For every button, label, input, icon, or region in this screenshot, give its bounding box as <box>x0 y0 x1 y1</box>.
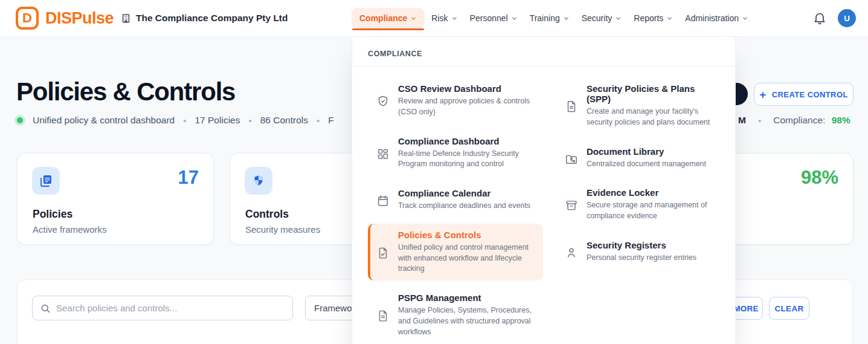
nav-label: Personnel <box>470 13 508 23</box>
nav-label: Security <box>582 13 612 23</box>
menu-item-desc: Personal security register entries <box>587 253 696 264</box>
card-subtitle: Security measures <box>245 224 320 235</box>
nav-item-reports[interactable]: Reports <box>628 8 678 28</box>
chevron-down-icon <box>511 15 518 22</box>
menu-item-title: Document Library <box>587 146 706 157</box>
menu-item-security-policies-plans[interactable]: Security Policies & Plans (SPP) Create a… <box>556 77 719 134</box>
menu-item-evidence-locker[interactable]: Evidence Locker Secure storage and manag… <box>556 181 719 228</box>
documents-stack-icon <box>32 167 60 195</box>
company-name-label: The Compliance Company Pty Ltd <box>136 13 288 24</box>
menu-item-policies-controls[interactable]: Policies & Controls Unified policy and c… <box>368 224 543 281</box>
search-box <box>32 296 293 320</box>
chevron-down-icon <box>742 15 748 22</box>
nav-item-training[interactable]: Training <box>524 8 575 28</box>
menu-item-title: CSO Review Dashboard <box>398 83 536 94</box>
clear-label: CLEAR <box>775 304 804 313</box>
plus-icon <box>759 89 767 100</box>
menu-item-cso-review-dashboard[interactable]: CSO Review Dashboard Review and approve … <box>368 77 543 124</box>
company-name: The Compliance Company Pty Ltd <box>121 0 288 36</box>
status-dot-green <box>17 117 23 123</box>
clear-filters-button[interactable]: CLEAR <box>769 297 809 320</box>
policies-count-value: 17 <box>178 167 199 189</box>
policies-count: 17 Policies <box>194 115 240 126</box>
separator-dot: • <box>317 115 320 126</box>
app-window: D DISPulse The Compliance Company Pty Lt… <box>0 0 868 344</box>
top-navigation-bar: D DISPulse The Compliance Company Pty Lt… <box>0 0 868 37</box>
menu-item-desc: Centralized document management <box>587 159 706 170</box>
nav-item-administration[interactable]: Administration <box>680 8 754 28</box>
person-icon <box>565 242 578 264</box>
stat-card-policies: 17 Policies Active frameworks <box>17 153 214 245</box>
menu-item-compliance-calendar[interactable]: Compliance Calendar Track compliance dea… <box>368 182 543 218</box>
menu-item-title: Compliance Calendar <box>398 188 530 198</box>
calendar-icon <box>376 190 390 212</box>
meta-fragment: F <box>328 115 333 126</box>
menu-item-desc: Create and manage your facility's securi… <box>587 106 712 128</box>
compliance-summary: Compliance: 98% <box>773 115 850 126</box>
nav-item-security[interactable]: Security <box>576 8 628 28</box>
separator-dot: • <box>248 115 251 126</box>
notifications-bell-icon[interactable] <box>812 11 827 25</box>
file-check-icon <box>376 232 390 274</box>
menu-item-desc: Track compliance deadlines and events <box>398 201 530 212</box>
logo-mark-icon: D <box>16 7 39 30</box>
grid-icon <box>376 138 390 170</box>
nav-label: Compliance <box>359 13 407 23</box>
menu-item-document-library[interactable]: Document Library Centralized document ma… <box>556 140 719 176</box>
card-title: Controls <box>245 208 289 221</box>
building-icon <box>121 13 131 24</box>
user-avatar[interactable]: U <box>838 9 856 27</box>
dropdown-left-column: CSO Review Dashboard Review and approve … <box>368 77 543 343</box>
nav-label: Reports <box>634 13 663 23</box>
nav-label: Administration <box>685 13 739 23</box>
menu-item-desc: Secure storage and management of complia… <box>587 200 712 222</box>
status-text: Unified policy & control dashboard <box>33 115 175 126</box>
app-logo: D DISPulse <box>16 7 114 30</box>
avatar-initial: U <box>844 14 850 23</box>
compliance-dropdown-menu: COMPLIANCE CSO Review Dashboard Review a… <box>352 37 736 344</box>
card-subtitle: Active frameworks <box>33 224 107 235</box>
dropdown-right-column: Security Policies & Plans (SPP) Create a… <box>556 77 719 343</box>
file-text-icon <box>376 294 390 337</box>
archive-icon <box>565 189 578 222</box>
dropdown-header: COMPLIANCE <box>352 37 735 67</box>
menu-item-desc: Review and approve policies & controls (… <box>398 96 536 118</box>
page-status-row: Unified policy & control dashboard • 17 … <box>17 115 334 126</box>
menu-item-pspg-management[interactable]: PSPG Management Manage Policies, Systems… <box>368 287 543 343</box>
compliance-value: 98% <box>832 115 850 125</box>
shield-icon <box>245 167 272 195</box>
search-icon <box>40 303 51 314</box>
menu-item-title: PSPG Management <box>398 293 536 303</box>
page-status-row-right: M • Compliance: 98% <box>738 115 850 126</box>
nav-item-risk[interactable]: Risk <box>426 8 463 28</box>
card-title: Policies <box>33 208 72 221</box>
file-text-icon <box>565 85 578 128</box>
nav-item-compliance[interactable]: Compliance <box>352 8 425 28</box>
folder-git-icon <box>565 148 578 170</box>
menu-item-title: Security Registers <box>587 240 696 250</box>
dropdown-body: CSO Review Dashboard Review and approve … <box>352 67 735 344</box>
separator-dot: • <box>758 115 761 126</box>
menu-item-title: Evidence Locker <box>587 187 712 198</box>
search-input[interactable] <box>56 303 285 313</box>
menu-item-security-registers[interactable]: Security Registers Personal security reg… <box>556 234 719 270</box>
create-control-label: CREATE CONTROL <box>772 90 848 99</box>
main-nav: Compliance Risk Personnel Training Secur… <box>352 0 754 36</box>
nav-label: Risk <box>431 13 448 23</box>
logo-text: DISPulse <box>45 9 114 28</box>
menu-item-compliance-dashboard[interactable]: Compliance Dashboard Real-time Defence I… <box>368 130 543 177</box>
create-control-button[interactable]: CREATE CONTROL <box>754 83 854 106</box>
more-label: MORE <box>733 304 759 313</box>
menu-item-title: Policies & Controls <box>398 230 536 240</box>
menu-item-desc: Manage Policies, Systems, Procedures, an… <box>398 305 536 337</box>
timestamp-fragment: M <box>738 115 746 126</box>
chevron-down-icon <box>666 15 673 22</box>
logo-letter: D <box>22 10 32 26</box>
separator-dot: • <box>183 115 186 126</box>
menu-item-desc: Unified policy and control management wi… <box>398 242 536 274</box>
nav-item-personnel[interactable]: Personnel <box>465 8 523 28</box>
controls-count: 86 Controls <box>260 115 308 126</box>
compliance-percent-value: 98% <box>801 167 838 189</box>
menu-item-title: Compliance Dashboard <box>398 136 536 146</box>
chevron-down-icon <box>451 15 458 22</box>
